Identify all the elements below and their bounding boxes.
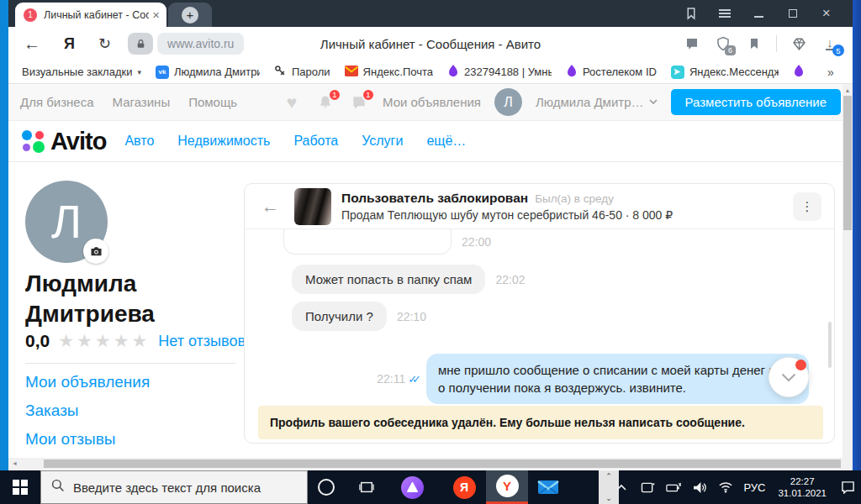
sidebar-my-ads[interactable]: Мои объявления	[25, 373, 150, 391]
favorites-heart-icon[interactable]: ♥	[282, 92, 302, 113]
new-tab-button[interactable]: +	[168, 3, 212, 27]
maximize-button[interactable]	[782, 3, 804, 24]
mail-app-icon[interactable]	[530, 470, 567, 504]
camera-icon[interactable]	[83, 239, 108, 264]
chat-header: ← Пользователь заблокирован Был(а) в сре…	[245, 184, 834, 229]
language-indicator[interactable]: РУС	[743, 481, 765, 494]
volume-icon[interactable]	[691, 479, 708, 496]
vertical-scroll-thumb[interactable]	[843, 96, 852, 230]
messenger-icon	[671, 66, 684, 79]
horizontal-scroll-thumb[interactable]	[44, 459, 841, 468]
chevron-down-icon	[781, 373, 796, 382]
browser-tab[interactable]: 1 Личный кабинет - Сооб ×	[15, 3, 166, 27]
avito-logo-text: Avito	[50, 128, 106, 155]
yandex-app-icon[interactable]: Я	[446, 470, 483, 504]
sidebar-divider	[25, 363, 235, 364]
back-button[interactable]: ←	[24, 34, 40, 54]
menu-icon[interactable]	[714, 3, 736, 24]
hidden-icons-chevron[interactable]	[613, 479, 630, 496]
alice-app-icon[interactable]	[394, 470, 430, 504]
my-ads-link[interactable]: Мои объявления	[383, 95, 481, 109]
clock[interactable]: 22:27 31.01.2021	[778, 475, 827, 499]
chat-item-title[interactable]: Продам Теплющую шубу мутон серебристый 4…	[341, 208, 673, 222]
link-shops[interactable]: Магазины	[113, 95, 171, 109]
chat-menu-button[interactable]: ⋮	[793, 192, 821, 221]
side-panel-icon[interactable]	[680, 3, 702, 24]
collections-icon[interactable]	[790, 34, 808, 53]
battery-icon[interactable]	[665, 479, 682, 496]
protect-badge: 6	[725, 45, 736, 55]
taskbar-search[interactable]	[40, 470, 308, 504]
nav-auto[interactable]: Авто	[124, 134, 154, 149]
sidebar-orders[interactable]: Заказы	[25, 402, 150, 420]
scroll-down-chevron[interactable]: ⌄	[605, 495, 612, 501]
cortana-button[interactable]	[309, 470, 343, 504]
bookmark-yandex-messenger[interactable]: Яндекс.Мессендж	[671, 66, 779, 79]
avito-logo[interactable]: Avito	[21, 128, 106, 155]
nav-realty[interactable]: Недвижимость	[177, 134, 270, 149]
profile-rating: 0,0 ★★★★★ Нет отзывов	[25, 331, 246, 351]
address-bar[interactable]: www.avito.ru	[128, 33, 244, 55]
scroll-left-arrow[interactable]: ◄	[12, 460, 18, 466]
bookmark-flag-icon[interactable]	[745, 34, 763, 53]
horizontal-scrollbar[interactable]: ◄	[8, 458, 853, 470]
message-time: 22:11✓✓	[377, 372, 416, 386]
wifi-icon[interactable]	[717, 479, 734, 496]
scroll-up-chevron[interactable]: ⌃	[605, 473, 612, 480]
keys-icon	[274, 65, 287, 80]
start-button[interactable]	[0, 470, 40, 504]
sidebar-my-reviews[interactable]: Мои отзывы	[25, 430, 150, 449]
mail-icon	[345, 66, 358, 79]
yandex-home-button[interactable]: Я	[64, 35, 75, 53]
header-avatar[interactable]: Л	[494, 88, 522, 116]
nav-services[interactable]: Услуги	[362, 134, 403, 149]
flame-icon	[447, 65, 459, 80]
toolbar-divider	[776, 35, 777, 52]
protect-shield-icon[interactable]: 6	[714, 34, 732, 53]
reviews-link[interactable]: Нет отзывов	[158, 333, 246, 350]
omnibox-page-title[interactable]: Личный кабинет - Сообщения - Авито	[320, 37, 541, 51]
vertical-scrollbar[interactable]: ▲	[843, 84, 853, 458]
tablet-mode-icon[interactable]	[639, 479, 656, 496]
link-for-business[interactable]: Для бизнеса	[20, 95, 94, 109]
url-text[interactable]: www.avito.ru	[157, 33, 244, 55]
bookmark-misc[interactable]	[793, 65, 810, 80]
minimize-button[interactable]	[747, 3, 769, 24]
bookmark-passwords[interactable]: Пароли	[274, 65, 330, 80]
notifications-badge: 1	[328, 88, 341, 102]
bookmark-smart-home[interactable]: 232794188 | Умны	[447, 65, 552, 80]
chat-back-button[interactable]: ←	[261, 197, 279, 217]
scroll-up-arrow[interactable]: ▲	[843, 84, 853, 93]
nav-jobs[interactable]: Работа	[293, 134, 338, 149]
message-outgoing: 22:11✓✓ мне пришло сообщение о списании …	[377, 354, 809, 404]
chat-scrollbar[interactable]	[828, 322, 832, 368]
reload-button[interactable]: ↻	[98, 34, 111, 53]
search-icon	[51, 479, 65, 496]
action-center-icon[interactable]	[839, 479, 856, 496]
browser-toolbar: ← Я ↻ www.avito.ru Личный кабинет - Сооб…	[8, 27, 853, 60]
search-input[interactable]	[73, 480, 283, 495]
bookmark-rostelecom[interactable]: Ростелеком ID	[566, 65, 657, 80]
yandex-browser-taskbar-button[interactable]: Y	[486, 470, 528, 504]
bookmarks-overflow-button[interactable]: »	[827, 66, 834, 79]
profile-name: Людмила Дмитриева	[25, 269, 202, 329]
scroll-to-bottom-button[interactable]	[769, 357, 809, 397]
tab-close-icon[interactable]: ×	[152, 8, 160, 22]
lock-icon[interactable]	[128, 33, 153, 55]
chat-user-title: Пользователь заблокирован	[341, 191, 528, 206]
bookmark-visual-tabs[interactable]: Визуальные закладки ▾	[22, 66, 141, 78]
messages-bubble-icon[interactable]: 1	[349, 92, 369, 113]
comments-icon[interactable]	[683, 34, 701, 53]
downloads-icon[interactable]: ↓ 5	[821, 34, 839, 53]
close-window-button[interactable]: ×	[816, 3, 837, 24]
post-ad-button[interactable]: Разместить объявление	[671, 89, 841, 115]
nav-more[interactable]: ещё…	[426, 134, 466, 149]
link-help[interactable]: Помощь	[188, 95, 237, 109]
notifications-bell-icon[interactable]: 1	[315, 92, 335, 113]
task-view-button[interactable]	[350, 470, 383, 504]
item-photo[interactable]	[294, 188, 331, 225]
user-menu[interactable]: Людмила Дмитр…	[536, 95, 658, 109]
message-incoming: Получили ? 22:10	[292, 302, 426, 331]
bookmark-yandex-mail[interactable]: Яндекс.Почта	[345, 66, 433, 79]
bookmark-vk[interactable]: vk Людмила Дмитрие	[156, 66, 260, 79]
